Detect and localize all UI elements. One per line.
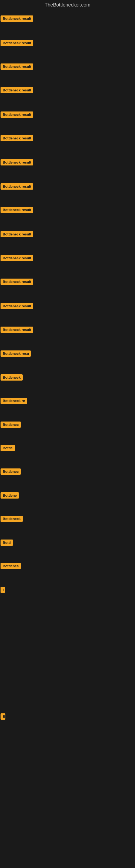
bottleneck-item[interactable]: Bottleneck resu xyxy=(1,350,31,358)
bottleneck-item[interactable]: Bottlenec xyxy=(1,422,21,429)
bottleneck-badge: Bottleneck result xyxy=(1,255,33,261)
bottleneck-badge: Bottleneck result xyxy=(1,63,33,70)
bottleneck-item[interactable]: Bottleneck result xyxy=(1,63,33,71)
site-title: TheBottlenecker.com xyxy=(0,0,135,10)
bottleneck-badge: Bottlene xyxy=(1,492,19,499)
bottleneck-badge: Bottleneck result xyxy=(1,279,33,285)
bottleneck-item[interactable]: Bottleneck result xyxy=(1,87,33,94)
bottleneck-badge: Bottleneck re xyxy=(1,398,27,404)
bottleneck-item[interactable]: Bottleneck result xyxy=(1,327,33,334)
bottleneck-item[interactable]: Bottleneck result xyxy=(1,231,33,239)
bottleneck-item[interactable]: Bottleneck result xyxy=(1,207,33,214)
bottleneck-item[interactable]: Bottleneck result xyxy=(1,255,33,262)
bottleneck-item[interactable]: I xyxy=(1,587,5,594)
bottleneck-badge: Bottleneck resu xyxy=(1,350,31,357)
bottleneck-item[interactable]: B xyxy=(1,713,5,721)
bottleneck-badge: Bottleneck result xyxy=(1,112,33,118)
bottleneck-item[interactable]: Bottleneck result xyxy=(1,279,33,286)
bottleneck-item[interactable]: Bottlene xyxy=(1,492,19,500)
bottleneck-badge: Bottl xyxy=(1,539,13,546)
bottleneck-badge: Bottleneck result xyxy=(1,231,33,237)
bottleneck-badge: Bottleneck result xyxy=(1,183,33,190)
bottleneck-item[interactable]: Bottleneck xyxy=(1,516,23,523)
bottleneck-item[interactable]: Bottleneck re xyxy=(1,398,27,405)
bottleneck-item[interactable]: Bottleneck result xyxy=(1,303,33,310)
bottleneck-item[interactable]: Bottleneck result xyxy=(1,183,33,191)
bottleneck-badge: Bottleneck result xyxy=(1,159,33,165)
bottleneck-badge: Bottlenec xyxy=(1,422,21,428)
bottleneck-badge: Bottleneck result xyxy=(1,207,33,213)
bottleneck-badge: Bottlenec xyxy=(1,563,21,569)
bottleneck-item[interactable]: Bottleneck result xyxy=(1,112,33,119)
bottleneck-badge: Bottleneck result xyxy=(1,16,33,22)
bottleneck-badge: Bottleneck xyxy=(1,516,23,522)
bottleneck-badge: B xyxy=(1,713,5,720)
bottleneck-item[interactable]: Bottleneck result xyxy=(1,40,33,47)
bottleneck-item[interactable]: Bottlenec xyxy=(1,563,21,570)
bottleneck-item[interactable]: Bottleneck result xyxy=(1,16,33,23)
bottleneck-badge: Bottleneck result xyxy=(1,87,33,93)
bottleneck-item[interactable]: Bottlenec xyxy=(1,468,21,476)
bottleneck-badge: Bottleneck result xyxy=(1,327,33,333)
bottleneck-badge: Bottlenec xyxy=(1,468,21,475)
bottleneck-badge: Bottle xyxy=(1,445,15,451)
bottleneck-badge: I xyxy=(1,587,5,593)
bottleneck-badge: Bottleneck xyxy=(1,374,23,380)
bottleneck-item[interactable]: Bottleneck xyxy=(1,374,23,382)
bottleneck-badge: Bottleneck result xyxy=(1,135,33,141)
bottleneck-item[interactable]: Bottle xyxy=(1,445,15,452)
bottleneck-badge: Bottleneck result xyxy=(1,303,33,309)
bottleneck-item[interactable]: Bottleneck result xyxy=(1,135,33,143)
bottleneck-item[interactable]: Bottleneck result xyxy=(1,159,33,166)
bottleneck-item[interactable]: Bottl xyxy=(1,539,13,547)
bottleneck-badge: Bottleneck result xyxy=(1,40,33,46)
